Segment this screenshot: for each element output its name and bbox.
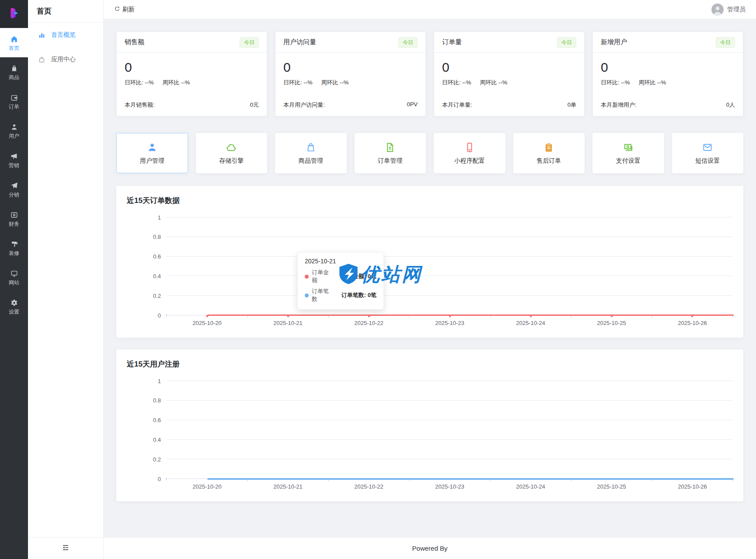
sidebar-item-users[interactable]: 用户: [0, 116, 28, 145]
fold-icon: [62, 544, 70, 553]
sidebar-item-website[interactable]: 网站: [0, 262, 28, 292]
app-root: 首页 商品 订单 用户 营销分销 财务 装修 网站设置 首页 首页概览 应用中心…: [0, 0, 756, 559]
user-menu[interactable]: 管理员: [711, 3, 746, 16]
submenu-panel: 首页 首页概览 应用中心: [28, 0, 104, 559]
day-ratio: 日环比: --%: [601, 79, 630, 87]
shortcut-miniprogram-config[interactable]: 小程序配置: [434, 133, 505, 173]
day-ratio: 日环比: --%: [442, 79, 471, 87]
sidebar-item-finance[interactable]: 财务: [0, 204, 28, 233]
submenu-item-app-center[interactable]: 应用中心: [28, 47, 103, 72]
stat-card-body: 0日环比: --%周环比 --%: [275, 53, 425, 87]
dashboard-content: 销售额今日0日环比: --%周环比 --%本月销售额:0元用户访问量今日0日环比…: [104, 19, 756, 537]
sidebar-item-label: 营销: [9, 163, 19, 168]
stat-card-body: 0日环比: --%周环比 --%: [117, 53, 267, 87]
banknote-icon: [623, 142, 634, 153]
clipboard-icon: [543, 142, 554, 153]
shortcut-user-management[interactable]: 用户管理: [116, 133, 188, 173]
submenu-item-overview[interactable]: 首页概览: [28, 23, 103, 47]
y-tick-label: 1: [158, 377, 161, 384]
registrations-chart-card: 近15天用户注册 00.20.40.60.81 2025-10-202025-1…: [116, 349, 743, 501]
stat-card-orders: 订单量今日0日环比: --%周环比 --%本月订单量:0单: [434, 31, 585, 116]
refresh-label: 刷新: [122, 6, 135, 14]
goods-icon: [10, 64, 18, 73]
bar-chart-icon: [38, 31, 45, 39]
series-line: [207, 478, 734, 480]
month-label: 本月订单量:: [442, 101, 472, 109]
cloud-icon: [226, 142, 237, 153]
users-icon: [10, 123, 18, 131]
sidebar-item-orders[interactable]: 订单: [0, 87, 28, 116]
stat-card-header: 销售额今日: [117, 32, 267, 53]
chart-plot: 00.20.40.60.81: [167, 381, 733, 479]
stat-card-header: 订单量今日: [434, 32, 584, 53]
submenu-title: 首页: [28, 0, 103, 23]
month-label: 本月销售额:: [125, 101, 155, 109]
sidebar-item-home[interactable]: 首页: [0, 28, 28, 57]
home-icon: [10, 35, 18, 43]
sidebar-item-decoration[interactable]: 装修: [0, 233, 28, 262]
marketing-icon: [10, 152, 18, 161]
sidebar-item-label: 订单: [9, 104, 19, 109]
tooltip-series-value: 订单笔数: 0笔: [333, 291, 376, 299]
brand-logo[interactable]: [0, 0, 28, 28]
sidebar-item-distribution[interactable]: 分销: [0, 175, 28, 204]
data-point-marker: [610, 315, 613, 317]
chart-x-axis: 2025-10-202025-10-212025-10-222025-10-23…: [167, 315, 733, 330]
y-tick-label: 0.2: [153, 292, 161, 299]
gridline: 0.2: [167, 295, 733, 296]
gridline: 0.6: [167, 420, 733, 420]
sidebar-item-label: 装修: [9, 251, 19, 256]
stat-month-row: 本月用户访问量:0PV: [275, 101, 425, 116]
data-point-marker: [530, 315, 532, 317]
week-ratio: 周环比 --%: [162, 79, 190, 87]
series-dot-blue: [305, 293, 309, 297]
week-ratio: 周环比 --%: [321, 79, 348, 87]
gridline: 1: [167, 217, 733, 217]
stat-card-title: 订单量: [442, 38, 462, 46]
stat-cards-row: 销售额今日0日环比: --%周环比 --%本月销售额:0元用户访问量今日0日环比…: [116, 31, 743, 116]
stat-value: 0: [125, 59, 259, 76]
stat-ratios: 日环比: --%周环比 --%: [125, 79, 259, 87]
stat-month-row: 本月新增用户:0人: [593, 101, 743, 116]
y-tick-label: 0.8: [153, 234, 161, 240]
sidebar-item-settings[interactable]: 设置: [0, 292, 28, 321]
sidebar-item-label: 设置: [9, 309, 19, 314]
stat-ratios: 日环比: --%周环比 --%: [601, 79, 735, 87]
avatar-icon: [711, 3, 724, 16]
stat-ratios: 日环比: --%周环比 --%: [283, 79, 418, 87]
shortcut-payment-settings[interactable]: 支付设置: [592, 133, 664, 173]
gridline: 0.8: [167, 237, 733, 237]
shortcut-label: 小程序配置: [454, 157, 485, 165]
y-tick-label: 0: [158, 475, 161, 482]
shortcut-aftersale-orders[interactable]: 售后订单: [513, 133, 585, 173]
username: 管理员: [727, 6, 746, 14]
icon-rail: 首页 商品 订单 用户 营销分销 财务 装修 网站设置: [0, 0, 28, 559]
refresh-button[interactable]: 刷新: [114, 6, 135, 14]
sidebar-item-marketing[interactable]: 营销: [0, 145, 28, 175]
submenu-item-label: 首页概览: [51, 31, 76, 39]
shield-icon: [337, 262, 360, 287]
sidebar-item-goods[interactable]: 商品: [0, 57, 28, 87]
data-point-marker: [206, 315, 208, 317]
document-icon: [384, 142, 396, 153]
x-axis-label: 2025-10-23: [409, 479, 490, 494]
site-watermark: 优站网: [337, 262, 422, 287]
submenu-item-label: 应用中心: [51, 56, 76, 63]
day-ratio: 日环比: --%: [125, 79, 153, 87]
collapse-sidebar-button[interactable]: [62, 544, 70, 553]
month-label: 本月用户访问量:: [283, 101, 325, 109]
stat-month-row: 本月订单量:0单: [434, 101, 584, 116]
x-axis-label: 2025-10-25: [571, 479, 652, 494]
shortcut-sms-settings[interactable]: 短信设置: [672, 133, 744, 173]
y-tick-label: 1: [158, 214, 161, 220]
shortcut-goods-management[interactable]: 商品管理: [275, 133, 347, 173]
series-line: [207, 314, 734, 316]
today-badge: 今日: [716, 37, 735, 48]
gridline: 0.2: [167, 459, 733, 459]
month-value: 0元: [250, 101, 259, 109]
gridline: 0.4: [167, 276, 733, 276]
shortcut-order-management[interactable]: 订单管理: [355, 133, 426, 173]
stat-value: 0: [283, 59, 418, 76]
shortcut-storage-engine[interactable]: 存储引擎: [196, 133, 268, 173]
page-footer: Powered By: [104, 537, 756, 559]
